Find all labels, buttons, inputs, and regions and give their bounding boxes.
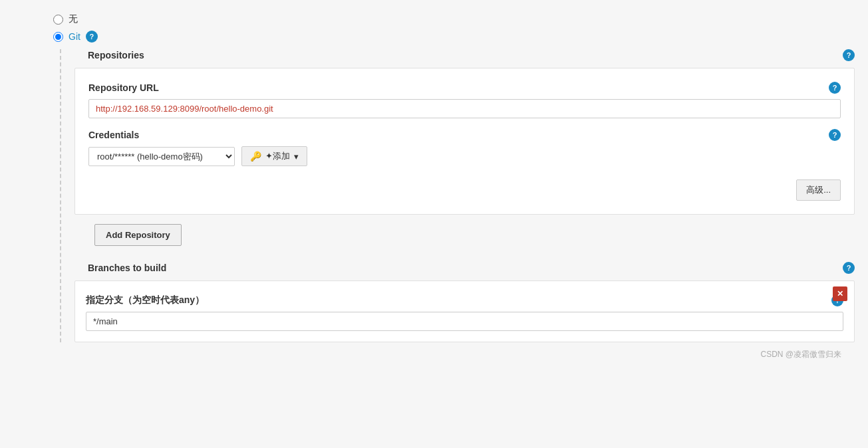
git-help-icon[interactable]: ? [86,31,98,43]
key-icon: 🔑 [250,151,261,162]
credentials-section: Credentials ? root/****** (hello-demo密码)… [88,129,841,166]
radio-none[interactable] [53,15,63,25]
branches-section: Branches to build ? ✕ 指定分支（为空时代表any） ? [74,262,855,342]
add-credentials-button[interactable]: 🔑 ✦添加 ▾ [241,146,307,166]
radio-git[interactable] [53,32,63,42]
branch-label-row: 指定分支（为空时代表any） ? [86,294,843,306]
repo-url-label-row: Repository URL ? [88,82,841,94]
add-repository-button[interactable]: Add Repository [94,224,182,246]
content-area: 无 Git ? Repositories ? Repository URL ? [0,7,868,367]
credentials-label-row: Credentials ? [88,129,841,141]
advanced-button[interactable]: 高级... [796,179,841,201]
delete-branch-button[interactable]: ✕ [833,286,847,301]
repo-url-input[interactable] [88,99,841,118]
radio-group: 无 Git ? [53,13,855,43]
credentials-help-icon[interactable]: ? [829,129,841,141]
radio-git-item: Git ? [53,31,855,43]
credentials-row: root/****** (hello-demo密码) 🔑 ✦添加 ▾ [88,146,841,166]
watermark: CSDN @凌霜傲雪归来 [53,349,855,360]
branch-card: ✕ 指定分支（为空时代表any） ? [74,280,855,342]
branches-title: Branches to build [88,263,166,273]
radio-none-item: 无 [53,13,855,25]
add-btn-label: ✦添加 [265,150,290,162]
repositories-section: Repositories ? Repository URL ? Credenti… [60,49,855,342]
repo-url-label: Repository URL [88,82,159,93]
radio-git-label: Git [69,31,80,42]
page-wrapper: 无 Git ? Repositories ? Repository URL ? [0,0,868,448]
credentials-select[interactable]: root/****** (hello-demo密码) [88,147,235,166]
credentials-label: Credentials [88,130,139,140]
add-btn-arrow: ▾ [294,152,299,162]
repositories-title: Repositories [88,50,144,60]
repositories-help-icon[interactable]: ? [843,49,855,61]
branches-help-icon[interactable]: ? [843,262,855,274]
repositories-header: Repositories ? [74,49,855,61]
repo-card: Repository URL ? Credentials ? root/****… [74,68,855,215]
advanced-row: 高级... [88,179,841,201]
branch-label: 指定分支（为空时代表any） [86,294,204,306]
branches-header: Branches to build ? [74,262,855,274]
radio-none-label: 无 [69,13,78,25]
repo-url-help-icon[interactable]: ? [829,82,841,94]
branch-input[interactable] [86,312,843,331]
